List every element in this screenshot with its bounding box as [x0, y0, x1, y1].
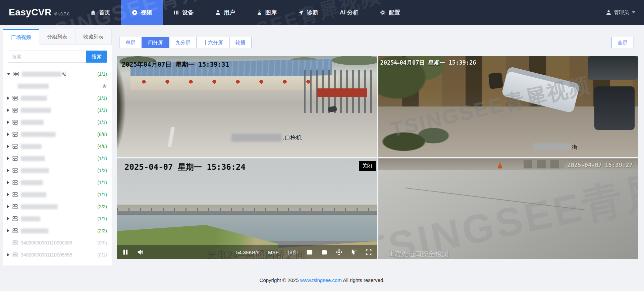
caret-right-icon[interactable] — [7, 96, 9, 100]
player-controls: 54.38KB/s MSE 拉伸 — [117, 245, 377, 259]
caret-right-icon[interactable] — [7, 169, 9, 172]
user-menu[interactable]: 管理员 — [606, 9, 635, 16]
server-icon — [12, 240, 18, 246]
nav-item-home[interactable]: 首页 — [79, 0, 121, 25]
pane-fullscreen-icon[interactable] — [366, 249, 372, 255]
tree-item[interactable]: (2/2) — [3, 201, 112, 213]
tree-item[interactable]: (1/2) — [3, 164, 112, 176]
caret-right-icon[interactable] — [7, 157, 9, 160]
pause-button[interactable] — [122, 249, 128, 255]
tree-item[interactable]: (1/1) — [3, 104, 112, 116]
scene-shrubs — [382, 124, 455, 154]
tree-item[interactable]: (1/1) — [3, 116, 112, 128]
caret-right-icon[interactable] — [7, 145, 9, 148]
caret-down-icon[interactable] — [7, 73, 10, 75]
video-pane-top-left[interactable]: 2025年04月07日 星期一 15:39:31 .口枪机 — [117, 56, 377, 157]
tree-item[interactable]: 34020000001110005555 (0/1) — [3, 249, 112, 261]
nav-item-config[interactable]: 配置 — [369, 0, 411, 25]
close-stream-button[interactable]: 关闭 — [359, 161, 376, 171]
server-icon — [12, 131, 18, 137]
app-name: EasyCVR — [9, 7, 52, 18]
server-icon — [12, 216, 18, 222]
tree-item[interactable]: (1/1) — [3, 176, 112, 189]
tab-square-video[interactable]: 广场视频 — [3, 29, 39, 45]
nav-item-gallery[interactable]: 图库 — [246, 0, 287, 25]
tree-item[interactable]: 34020000001110000089 (0/0) — [3, 237, 112, 249]
scene-camera-vignette — [117, 56, 151, 157]
scene-wall — [130, 76, 338, 90]
scene-lanterns — [137, 78, 325, 86]
nav-item-video[interactable]: 视频 — [121, 0, 163, 25]
footer: Copyright © 2025 www.tsingsee.com All ri… — [0, 277, 644, 283]
carousel-button[interactable]: 轮播 — [229, 37, 252, 48]
channel-sidebar: 广场视频 分组列表 收藏列表 搜索 站 (1/1) ★ (1/1) (1 — [3, 29, 112, 266]
single-screen-button[interactable]: 单屏 — [119, 37, 142, 48]
pointer-select-icon[interactable] — [351, 249, 357, 255]
tree-item[interactable]: (4/6) — [3, 140, 112, 152]
tree-item[interactable]: (8/8) — [3, 128, 112, 140]
tree-item-channel[interactable]: ★ — [3, 80, 112, 92]
caret-right-icon[interactable] — [7, 253, 9, 257]
nav-item-diagnosis[interactable]: 诊断 — [287, 0, 329, 25]
channel-count: (0/0) — [97, 240, 107, 245]
camera-name-label: .口枪机 — [231, 134, 302, 142]
video-pane-bottom-left[interactable]: 2025-04-07 星期一 15:36:24 关闭 光电24--南照两桥之间 … — [117, 158, 377, 259]
username: 管理员 — [614, 9, 629, 16]
tree-item[interactable]: 站 (1/1) — [3, 68, 112, 80]
stretch-button[interactable]: 拉伸 — [288, 249, 298, 256]
sixteen-split-button[interactable]: 十六分屏 — [197, 37, 229, 48]
server-icon — [12, 192, 18, 198]
search-input[interactable] — [8, 51, 86, 63]
video-pane-top-right[interactable]: 2025年04月07日 星期一 15:39:26 街 TSINGSEE青犀视频 — [378, 56, 638, 157]
blurred-label — [21, 216, 40, 221]
protocol-label[interactable]: MSE — [268, 249, 279, 255]
gear-icon — [380, 10, 386, 15]
tree-item[interactable]: (1/1) — [3, 92, 112, 104]
nav-item-ai-analysis[interactable]: AI 分析 — [329, 0, 369, 25]
caret-right-icon[interactable] — [7, 205, 9, 208]
search-button[interactable]: 搜索 — [86, 51, 107, 63]
tab-favorites-list[interactable]: 收藏列表 — [75, 29, 112, 45]
caret-right-icon[interactable] — [7, 133, 9, 136]
tree-item[interactable]: (1/1) — [3, 213, 112, 225]
tab-group-list[interactable]: 分组列表 — [39, 29, 75, 45]
tsingsee-link[interactable]: www.tsingsee.com — [300, 277, 342, 283]
scene-crack-line — [405, 188, 585, 210]
copyright-suffix: All rights reserved. — [343, 277, 384, 283]
favorite-star-icon[interactable]: ★ — [102, 83, 107, 90]
channel-count: (1/1) — [97, 156, 107, 161]
record-icon[interactable] — [321, 249, 327, 255]
channel-count: (1/2) — [97, 168, 107, 173]
scene-moped — [488, 72, 503, 89]
volume-button[interactable] — [137, 249, 143, 255]
server-icon — [12, 107, 18, 113]
blurred-label — [21, 180, 43, 185]
four-split-button[interactable]: 四分屏 — [142, 37, 169, 48]
caret-right-icon[interactable] — [7, 217, 9, 220]
caret-right-icon[interactable] — [7, 193, 9, 196]
tree-item[interactable]: (2/2) — [3, 225, 112, 237]
nav-item-device[interactable]: 设备 — [163, 0, 204, 25]
copyright-prefix: Copyright © 2025 — [260, 277, 299, 283]
caret-right-icon[interactable] — [7, 229, 9, 232]
nine-split-button[interactable]: 九分屏 — [169, 37, 197, 48]
video-pane-bottom-right[interactable]: 2025-04-07 15:39:27 工程处进口安全检测 TSINGSEE青犀… — [378, 158, 638, 259]
blurred-label — [21, 96, 47, 101]
tree-item[interactable]: (1/1) — [3, 152, 112, 164]
snapshot-icon[interactable] — [307, 249, 313, 255]
tree-item[interactable]: (1/1) — [3, 189, 112, 201]
main-nav: 首页 视频 设备 用户 图库 诊断 AI 分析 配置 — [79, 0, 411, 25]
blurred-label — [21, 192, 46, 197]
device-id: 34020000001110005555 — [21, 252, 72, 258]
channel-count: (8/8) — [97, 132, 107, 137]
blurred-label — [18, 84, 49, 89]
blurred-label — [21, 168, 49, 173]
caret-right-icon[interactable] — [7, 181, 9, 184]
caret-right-icon[interactable] — [7, 108, 9, 112]
fullscreen-button[interactable]: 全屏 — [611, 37, 634, 48]
app-version: ® v3.7.0 — [54, 12, 69, 16]
scene-dark-car — [594, 86, 635, 130]
nav-item-user[interactable]: 用户 — [204, 0, 246, 25]
ptz-move-icon[interactable] — [336, 249, 342, 255]
caret-right-icon[interactable] — [7, 121, 9, 124]
